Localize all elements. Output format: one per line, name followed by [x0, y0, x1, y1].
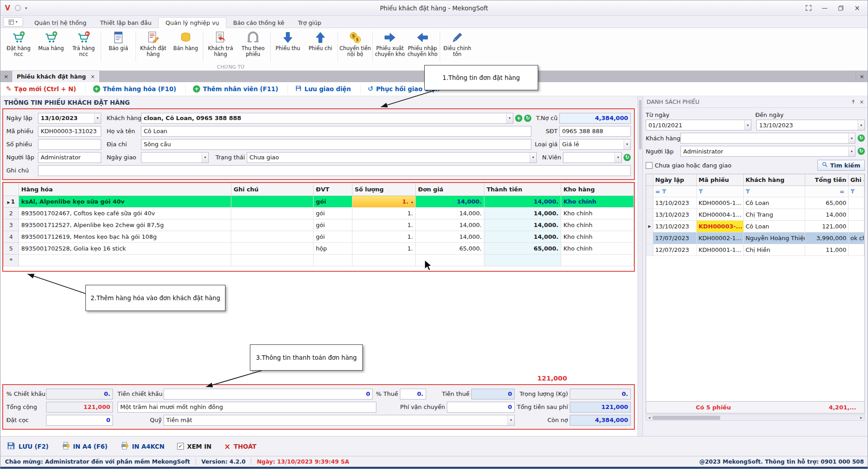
table-row-selected[interactable]: 17/07/2023 KDH00002-1... Nguyễn Hoàng Th…	[646, 232, 864, 244]
toolbar-button-thu-theo-phieu[interactable]: Thu theo phiếu	[237, 30, 269, 64]
col-so-luong[interactable]: Số lượng	[352, 183, 416, 196]
filter-cell[interactable]: =	[805, 186, 849, 197]
toolbar-button-phieu-thu[interactable]: Phiếu thu	[272, 30, 304, 64]
chevron-down-icon[interactable]: ▾	[506, 113, 513, 123]
dat-coc-input[interactable]: 0	[46, 415, 113, 426]
search-button[interactable]: Tìm kiếm	[817, 160, 865, 171]
ribbon-tab-bao-cao-thong-ke[interactable]: Báo cáo thống kê	[226, 18, 291, 28]
filter-cell[interactable]	[744, 186, 805, 197]
chevron-down-icon[interactable]: ▾	[530, 153, 536, 163]
ngay-lap-input[interactable]: 13/10/2023▾	[38, 113, 101, 124]
scroll-left-icon[interactable]: ◂	[646, 415, 652, 420]
ribbon-tab-quan-tri-he-thong[interactable]: Quản trị hệ thống	[28, 18, 93, 28]
ngay-giao-input[interactable]: ▾	[141, 152, 209, 163]
toolbar-button-tra-hang-ncc[interactable]: Trả hàng ncc	[67, 30, 100, 64]
new-item-row[interactable]: *	[4, 255, 634, 266]
toolbar-button-mua-hang[interactable]: Mua hàng	[35, 30, 67, 64]
panel-close-icon[interactable]: ×	[859, 99, 864, 105]
table-row[interactable]: ▶1 ksAl, Alpenlibe kẹo sữa gói 40v gói 1…	[4, 196, 634, 208]
splitter-thumb[interactable]	[639, 100, 642, 149]
filter-cell[interactable]: =	[653, 186, 697, 197]
luu-giao-dien-button[interactable]: Lưu giao diện	[288, 84, 361, 93]
nguoi-lap-input[interactable]: Administrator	[38, 152, 101, 163]
checkbox-checked-icon[interactable]: ✓	[177, 443, 184, 450]
col-hang-hoa[interactable]: Hàng hóa	[19, 183, 231, 196]
table-row[interactable]: 13/10/2023 KDH00004-1... Chị Trang 14,00…	[646, 209, 864, 221]
print-a4kcn-button[interactable]: IN A4KCN	[120, 441, 164, 451]
refresh-icon[interactable]: ↻	[858, 148, 865, 155]
col-dvt[interactable]: ĐVT	[314, 183, 352, 196]
so-phieu-input[interactable]	[38, 139, 101, 150]
print-a4-button[interactable]: IN A4 (F6)	[61, 441, 108, 451]
horizontal-scrollbar[interactable]: ◂ ▸	[646, 414, 865, 421]
toolbar-button-chuyen-tien-noi-bo[interactable]: $$ Chuyển tiền nội bộ	[339, 30, 371, 64]
them-hang-hoa-button[interactable]: +Thêm hàng hóa (F10)	[86, 84, 186, 93]
toolbar-button-phieu-chi[interactable]: Phiếu chi	[304, 30, 337, 64]
den-ngay-input[interactable]: 13/10/2023▾	[756, 120, 865, 130]
table-row[interactable]: 2 8935001702467, Coftos kẹo café sữa gói…	[4, 208, 634, 219]
grid-col-ghi-chu[interactable]: Ghi chú	[849, 174, 864, 186]
grid-col-ma-phieu[interactable]: Mã phiếu	[697, 174, 744, 186]
quick-access-circle-icon[interactable]	[15, 5, 21, 11]
quy-select[interactable]: Tiền mặt▾	[164, 415, 515, 426]
tab-phieu-khach-dat-hang[interactable]: Phiếu khách đặt hàng ×	[12, 71, 100, 82]
table-row[interactable]: 4 8935001712619, Mentos kẹo bạc hà gói 1…	[4, 231, 634, 243]
col-thanh-tien[interactable]: Thành tiền	[484, 183, 561, 196]
table-row-current[interactable]: ▶ 13/10/2023 KDH00003-... Cô Loan 121,00…	[646, 221, 864, 232]
ghi-chu-input[interactable]	[38, 165, 631, 176]
refresh-staff-icon[interactable]: ↻	[624, 154, 631, 161]
filter-cell[interactable]	[697, 186, 744, 197]
chevron-down-icon[interactable]: ▾	[507, 415, 514, 425]
tab-close-icon[interactable]: ×	[90, 74, 95, 80]
filter-cell[interactable]	[849, 186, 864, 197]
xem-in-checkbox[interactable]: ✓ XEM IN	[177, 443, 211, 450]
tien-chiet-khau-input[interactable]: 0	[164, 389, 373, 399]
dia-chi-input[interactable]: Sông cầu	[141, 139, 531, 150]
toolbar-button-ban-hang[interactable]: Bán hàng	[169, 30, 202, 64]
tabstrip-close-right-icon[interactable]: ×	[856, 71, 868, 82]
n-vien-select[interactable]: ▾	[563, 152, 622, 163]
tabstrip-close-left-icon[interactable]: ×	[0, 71, 12, 82]
close-button[interactable]: ×	[849, 3, 865, 14]
ribbon-app-button[interactable]: ▾	[3, 17, 23, 27]
col-kho-hang[interactable]: Kho hàng	[561, 183, 634, 196]
pct-chiet-khau-input[interactable]: 0.	[46, 389, 113, 399]
loai-gia-select[interactable]: Giá lẻ▾	[559, 139, 631, 150]
chevron-down-icon[interactable]: ▾	[94, 113, 101, 123]
chevron-down-icon[interactable]: ▾	[848, 133, 855, 143]
toolbar-button-phieu-xuat-chuyen-kho[interactable]: Phiếu xuất chuyển kho	[374, 30, 406, 64]
toolbar-button-khach-tra-hang[interactable]: Khách trả hàng	[204, 30, 237, 64]
add-customer-icon[interactable]: +	[515, 115, 522, 122]
ho-ten-input[interactable]: Cô Loan	[141, 126, 531, 137]
chevron-down-icon[interactable]: ▾	[411, 200, 413, 204]
chevron-down-icon[interactable]: ▾	[744, 120, 751, 130]
chevron-down-icon[interactable]: ▾	[624, 139, 630, 149]
toolbar-button-phieu-nhap-chuyen-kho[interactable]: Phiếu nhập chuyển kho	[406, 30, 439, 64]
quick-access-chevron-down-icon[interactable]: ▾	[25, 6, 28, 10]
filter-nguoi-lap-input[interactable]: Administrator▾	[680, 146, 855, 157]
ribbon-tab-quan-ly-nghiep-vu[interactable]: Quản lý nghiệp vụ	[158, 17, 226, 28]
table-row[interactable]: 5 8935001702528, Golia kẹo 16 stick hộp …	[4, 243, 634, 255]
pin-icon[interactable]	[851, 99, 856, 104]
grid-col-ngay-lap[interactable]: Ngày lập	[653, 174, 697, 186]
minimize-button[interactable]: —	[817, 3, 832, 14]
refresh-customer-icon[interactable]: ↻	[524, 115, 531, 122]
save-button[interactable]: LƯU (F2)	[7, 441, 49, 451]
refresh-icon[interactable]: ↻	[858, 135, 865, 142]
sdt-input[interactable]: 0965 388 888	[559, 126, 631, 137]
ribbon-tab-tro-giup[interactable]: Trợ giúp	[291, 18, 328, 28]
col-ghi-chu[interactable]: Ghi chú	[231, 183, 314, 196]
toolbar-button-khach-dat-hang[interactable]: Khách đặt hàng	[137, 30, 169, 64]
filter-khach-hang-input[interactable]: ▾	[680, 133, 855, 144]
exit-button[interactable]: × THOÁT	[224, 442, 256, 451]
scrollbar-thumb[interactable]	[652, 416, 720, 420]
toolbar-button-bao-gia[interactable]: Báo giá	[102, 30, 135, 64]
chua-giao-checkbox[interactable]	[646, 162, 652, 169]
grid-col-khach-hang[interactable]: Khách hàng	[744, 174, 805, 186]
phi-van-chuyen-input[interactable]: 0	[447, 402, 515, 413]
toolbar-button-dat-hang-ncc[interactable]: Đặt hàng ncc	[2, 30, 35, 64]
ma-phieu-input[interactable]: KDH00003-131023	[38, 126, 101, 137]
trang-thai-select[interactable]: Chưa giao▾	[247, 152, 537, 163]
col-don-gia[interactable]: Đơn giá	[416, 183, 484, 196]
tu-ngay-input[interactable]: 01/10/2021▾	[646, 120, 751, 130]
